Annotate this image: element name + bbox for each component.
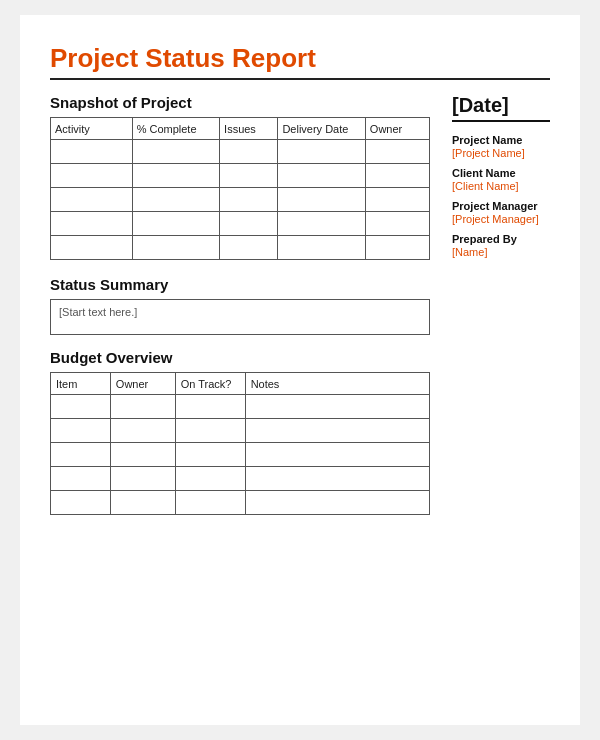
table-row (51, 188, 430, 212)
table-row (51, 467, 430, 491)
date-placeholder: [Date] (452, 94, 550, 117)
snapshot-col-complete: % Complete (132, 118, 219, 140)
prepared-by-value: [Name] (452, 246, 550, 258)
budget-tbody (51, 395, 430, 515)
budget-col-ontrack: On Track? (175, 373, 245, 395)
budget-col-owner: Owner (110, 373, 175, 395)
status-summary-title: Status Summary (50, 276, 430, 293)
page-title: Project Status Report (50, 43, 550, 74)
table-row (51, 419, 430, 443)
table-row (51, 140, 430, 164)
budget-col-notes: Notes (245, 373, 429, 395)
table-row (51, 212, 430, 236)
project-name-value: [Project Name] (452, 147, 550, 159)
table-row (51, 395, 430, 419)
snapshot-col-activity: Activity (51, 118, 133, 140)
budget-header-row: Item Owner On Track? Notes (51, 373, 430, 395)
budget-table: Item Owner On Track? Notes (50, 372, 430, 515)
title-divider (50, 78, 550, 80)
budget-overview-section: Budget Overview Item Owner On Track? Not… (50, 349, 430, 515)
date-underline (452, 120, 550, 122)
snapshot-section-title: Snapshot of Project (50, 94, 430, 111)
snapshot-col-owner: Owner (365, 118, 429, 140)
right-section: [Date] Project Name [Project Name] Clien… (444, 94, 550, 515)
snapshot-header-row: Activity % Complete Issues Delivery Date… (51, 118, 430, 140)
snapshot-col-issues: Issues (220, 118, 278, 140)
snapshot-tbody (51, 140, 430, 260)
table-row (51, 236, 430, 260)
status-summary-box[interactable]: [Start text here.] (50, 299, 430, 335)
project-manager-label: Project Manager (452, 200, 550, 212)
budget-col-item: Item (51, 373, 111, 395)
budget-overview-title: Budget Overview (50, 349, 430, 366)
table-row (51, 164, 430, 188)
prepared-by-label: Prepared By (452, 233, 550, 245)
table-row (51, 443, 430, 467)
client-name-value: [Client Name] (452, 180, 550, 192)
project-name-label: Project Name (452, 134, 550, 146)
client-name-label: Client Name (452, 167, 550, 179)
main-layout: Snapshot of Project Activity % Complete … (50, 94, 550, 515)
table-row (51, 491, 430, 515)
project-manager-value: [Project Manager] (452, 213, 550, 225)
snapshot-thead: Activity % Complete Issues Delivery Date… (51, 118, 430, 140)
status-summary-section: Status Summary [Start text here.] (50, 276, 430, 335)
snapshot-col-delivery: Delivery Date (278, 118, 365, 140)
left-section: Snapshot of Project Activity % Complete … (50, 94, 444, 515)
budget-thead: Item Owner On Track? Notes (51, 373, 430, 395)
snapshot-table: Activity % Complete Issues Delivery Date… (50, 117, 430, 260)
page: Project Status Report Snapshot of Projec… (20, 15, 580, 725)
